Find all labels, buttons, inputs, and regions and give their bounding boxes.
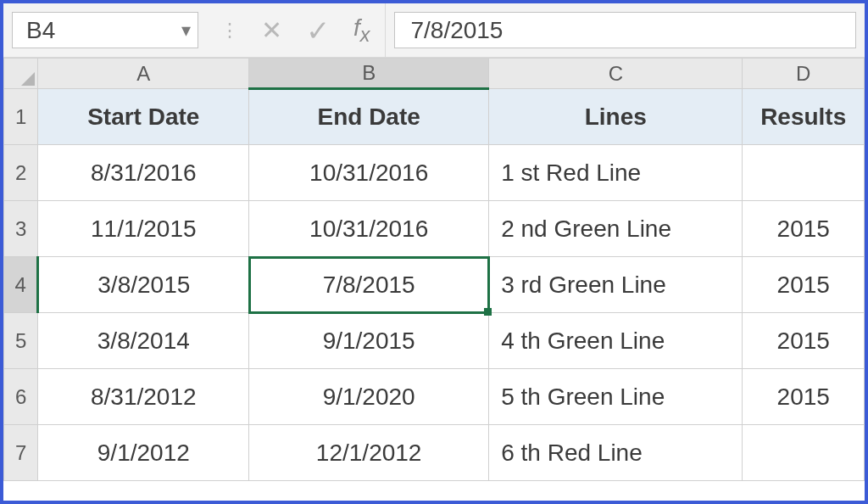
cell-D1[interactable]: Results <box>743 89 865 145</box>
insert-function-icon[interactable]: fx <box>353 14 370 47</box>
name-box[interactable]: ▾ <box>12 12 198 48</box>
row-header-3[interactable]: 3 <box>4 201 38 257</box>
cell-A2[interactable]: 8/31/2016 <box>38 145 249 201</box>
cell-B1[interactable]: End Date <box>249 89 489 145</box>
cell-A7[interactable]: 9/1/2012 <box>38 425 249 481</box>
cell-C5[interactable]: 4 th Green Line <box>489 313 743 369</box>
row-header-1[interactable]: 1 <box>4 89 38 145</box>
cell-D7[interactable] <box>743 425 865 481</box>
cell-A1[interactable]: Start Date <box>38 89 249 145</box>
cell-B5[interactable]: 9/1/2015 <box>249 313 489 369</box>
cell-C7[interactable]: 6 th Red Line <box>489 425 743 481</box>
cell-B7[interactable]: 12/1/2012 <box>249 425 489 481</box>
row-header-7[interactable]: 7 <box>4 425 38 481</box>
excel-window: ▾ ⋮ ✕ ✓ fx A B C D <box>0 0 868 504</box>
cell-B2[interactable]: 10/31/2016 <box>249 145 489 201</box>
accept-formula-icon[interactable]: ✓ <box>306 14 330 48</box>
name-box-caret-icon[interactable]: ▾ <box>181 20 191 42</box>
cell-D6[interactable]: 2015 <box>743 369 865 425</box>
row-header-5[interactable]: 5 <box>4 313 38 369</box>
column-header-C[interactable]: C <box>489 59 743 89</box>
name-box-input[interactable] <box>25 16 152 45</box>
select-all-corner[interactable] <box>4 59 38 89</box>
formula-bar: ▾ ⋮ ✕ ✓ fx <box>3 3 865 58</box>
cancel-formula-icon[interactable]: ✕ <box>261 15 282 45</box>
cell-D5[interactable]: 2015 <box>743 313 865 369</box>
spreadsheet-grid[interactable]: A B C D 1 Start Date End Date Lines Resu… <box>3 58 865 481</box>
cell-C3[interactable]: 2 nd Green Line <box>489 201 743 257</box>
formula-input-wrap[interactable] <box>394 12 856 48</box>
column-header-A[interactable]: A <box>38 59 249 89</box>
cell-C4[interactable]: 3 rd Green Line <box>489 257 743 313</box>
cell-B4[interactable]: 7/8/2015 <box>249 257 489 313</box>
formula-bar-drag-handle-icon[interactable]: ⋮ <box>220 20 237 42</box>
cell-C6[interactable]: 5 th Green Line <box>489 369 743 425</box>
row-header-6[interactable]: 6 <box>4 369 38 425</box>
cell-D3[interactable]: 2015 <box>743 201 865 257</box>
formula-bar-controls: ⋮ ✕ ✓ fx <box>205 3 386 57</box>
cell-D4[interactable]: 2015 <box>743 257 865 313</box>
formula-input[interactable] <box>409 16 855 45</box>
cell-A5[interactable]: 3/8/2014 <box>38 313 249 369</box>
cell-B6[interactable]: 9/1/2020 <box>249 369 489 425</box>
column-header-B[interactable]: B <box>249 59 489 89</box>
cell-A6[interactable]: 8/31/2012 <box>38 369 249 425</box>
row-header-4[interactable]: 4 <box>4 257 38 313</box>
cell-D2[interactable] <box>743 145 865 201</box>
cell-A3[interactable]: 11/1/2015 <box>38 201 249 257</box>
row-header-2[interactable]: 2 <box>4 145 38 201</box>
column-header-D[interactable]: D <box>743 59 865 89</box>
cell-B3[interactable]: 10/31/2016 <box>249 201 489 257</box>
cell-A4[interactable]: 3/8/2015 <box>38 257 249 313</box>
cell-C1[interactable]: Lines <box>489 89 743 145</box>
cell-C2[interactable]: 1 st Red Line <box>489 145 743 201</box>
